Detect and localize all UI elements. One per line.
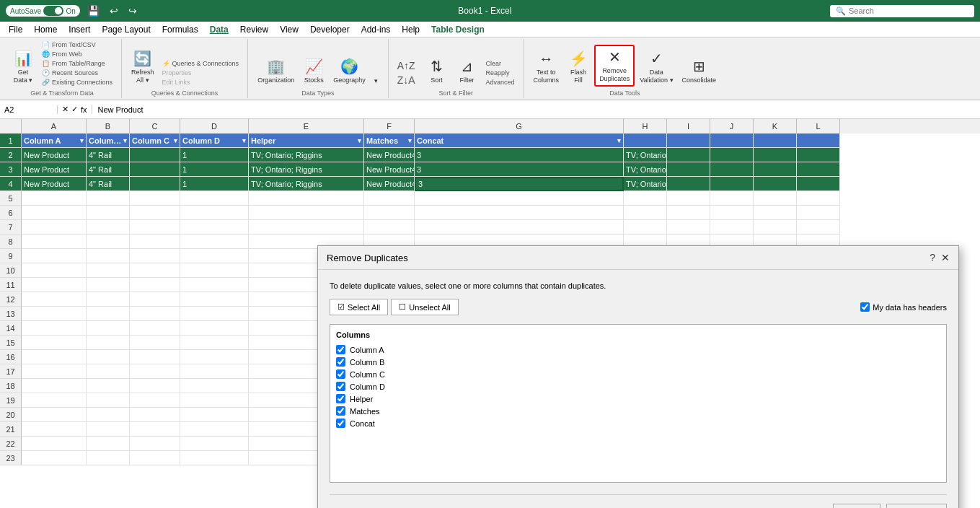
list-item[interactable]: Column A [336, 343, 940, 356]
data-cell[interactable] [797, 162, 840, 177]
data-cell[interactable] [180, 422, 249, 437]
redo-icon[interactable]: ↪ [125, 4, 140, 18]
advanced-button[interactable]: Advanced [483, 78, 518, 87]
insert-function-icon[interactable]: fx [81, 105, 87, 114]
row-header[interactable]: 6 [0, 206, 22, 220]
data-cell[interactable] [415, 191, 624, 206]
data-cell[interactable] [87, 364, 130, 379]
row-header[interactable]: 11 [0, 278, 22, 292]
data-cell[interactable] [667, 133, 710, 148]
data-cell[interactable]: New Product [22, 148, 87, 162]
data-cell[interactable] [87, 278, 130, 292]
data-cell[interactable]: Column D▾ [180, 133, 249, 148]
data-cell[interactable] [180, 393, 249, 408]
data-cell[interactable] [22, 307, 87, 321]
data-cell[interactable] [22, 321, 87, 336]
data-cell[interactable] [22, 336, 87, 350]
my-data-headers-checkbox[interactable] [860, 302, 870, 312]
data-cell[interactable] [180, 451, 249, 465]
data-cell[interactable]: Column C▾ [130, 133, 180, 148]
menu-insert[interactable]: Insert [63, 23, 96, 36]
data-cell[interactable] [180, 307, 249, 321]
column-checkbox[interactable] [336, 406, 345, 416]
data-cell[interactable] [22, 364, 87, 379]
row-header[interactable]: 10 [0, 263, 22, 278]
remove-duplicates-dialog[interactable]: Remove Duplicates ? ✕ To delete duplicat… [317, 245, 959, 508]
data-cell[interactable] [710, 177, 754, 191]
data-cell[interactable]: TV; Ontario; Riggins; TV; Ontario; Riggi… [624, 162, 667, 177]
data-cell[interactable] [710, 206, 754, 220]
data-cell[interactable] [364, 206, 415, 220]
data-cell[interactable]: 1 [180, 177, 249, 191]
row-header[interactable]: 1 [0, 133, 22, 148]
row-header[interactable]: 23 [0, 451, 22, 465]
data-cell[interactable] [130, 191, 180, 206]
data-cell[interactable]: 4" Rail [87, 148, 130, 162]
data-cell[interactable] [667, 191, 710, 206]
data-cell[interactable] [130, 263, 180, 278]
data-cell[interactable] [87, 249, 130, 263]
data-cell[interactable]: 3 [415, 148, 624, 162]
existing-connections-button[interactable]: 🔗 Existing Connections [39, 78, 115, 87]
col-header-L[interactable]: L [797, 119, 840, 133]
row-header[interactable]: 3 [0, 162, 22, 177]
data-cell[interactable] [754, 191, 797, 206]
data-cell[interactable]: Helper▾ [249, 133, 364, 148]
geography-button[interactable]: 🌍 Geography [330, 56, 369, 87]
data-cell[interactable] [710, 133, 754, 148]
col-header-A[interactable]: A [22, 119, 87, 133]
menu-data[interactable]: Data [204, 23, 234, 36]
data-cell[interactable] [130, 206, 180, 220]
data-cell[interactable]: 3 [415, 177, 624, 191]
row-header[interactable]: 15 [0, 336, 22, 350]
my-data-headers-label[interactable]: My data has headers [873, 303, 947, 312]
row-header[interactable]: 12 [0, 292, 22, 307]
data-cell[interactable] [22, 393, 87, 408]
autosave-toggle[interactable] [43, 6, 63, 16]
data-cell[interactable] [667, 162, 710, 177]
data-cell[interactable] [667, 220, 710, 235]
menu-file[interactable]: File [3, 23, 28, 36]
filter-button[interactable]: ⊿ Filter [453, 56, 482, 87]
data-cell[interactable] [22, 292, 87, 307]
data-cell[interactable] [22, 263, 87, 278]
list-item[interactable]: Column D [336, 380, 940, 393]
data-cell[interactable]: 4" Rail [87, 177, 130, 191]
data-cell[interactable] [130, 148, 180, 162]
data-cell[interactable] [797, 177, 840, 191]
from-web-button[interactable]: 🌐 From Web [39, 50, 115, 58]
data-cell[interactable] [22, 422, 87, 437]
unselect-all-button[interactable]: ☐ Unselect All [391, 299, 458, 315]
data-cell[interactable]: New Product4" Rail1 [364, 162, 415, 177]
sort-button[interactable]: ⇅ Sort [423, 56, 451, 87]
refresh-all-button[interactable]: 🔄 RefreshAll ▾ [128, 48, 158, 87]
data-cell[interactable] [415, 220, 624, 235]
save-icon[interactable]: 💾 [84, 4, 102, 18]
menu-help[interactable]: Help [396, 23, 425, 36]
data-cell[interactable] [180, 292, 249, 307]
data-cell[interactable] [87, 437, 130, 451]
sort-az-button[interactable]: A↑Z [394, 59, 418, 72]
data-cell[interactable] [624, 133, 667, 148]
data-cell[interactable] [180, 249, 249, 263]
data-cell[interactable] [87, 307, 130, 321]
menu-developer[interactable]: Developer [304, 23, 356, 36]
data-cell[interactable] [130, 437, 180, 451]
data-cell[interactable] [130, 249, 180, 263]
consolidate-button[interactable]: ⊞ Consolidate [679, 56, 720, 87]
data-cell[interactable] [667, 206, 710, 220]
get-data-button[interactable]: 📊 GetData ▾ [9, 48, 37, 87]
data-cell[interactable] [130, 336, 180, 350]
data-cell[interactable] [130, 162, 180, 177]
menu-table-design[interactable]: Table Design [425, 23, 490, 36]
flash-fill-button[interactable]: ⚡ FlashFill [564, 48, 593, 87]
col-header-C[interactable]: C [130, 119, 180, 133]
ok-button[interactable]: OK [833, 504, 880, 508]
data-cell[interactable] [754, 220, 797, 235]
data-cell[interactable] [130, 379, 180, 393]
data-cell[interactable] [22, 249, 87, 263]
data-cell[interactable] [180, 191, 249, 206]
data-cell[interactable]: TV; Ontario; Riggins [249, 177, 364, 191]
menu-home[interactable]: Home [28, 23, 63, 36]
row-header[interactable]: 7 [0, 220, 22, 235]
